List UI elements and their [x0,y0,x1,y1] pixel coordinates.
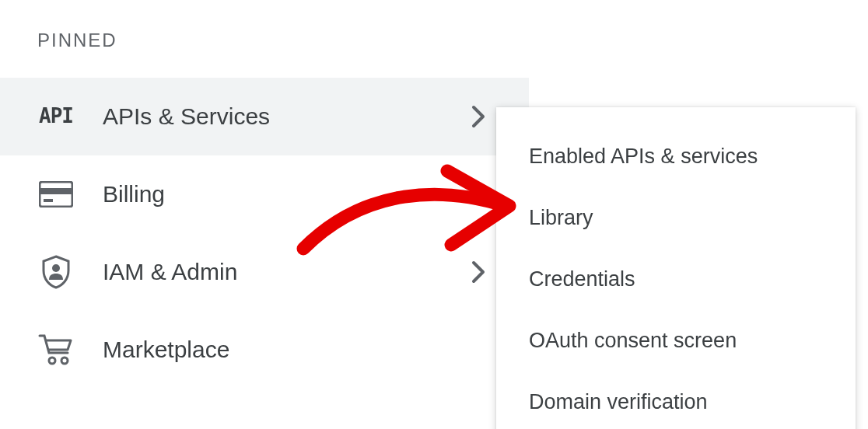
nav-sidebar: PINNED API APIs & Services Billing [0,0,529,389]
nav-item-label: Billing [103,181,510,208]
submenu-item-library[interactable]: Library [496,187,856,249]
nav-item-iam-admin[interactable]: IAM & Admin [0,233,529,311]
pinned-section-header: PINNED [0,0,529,51]
submenu-item-oauth-consent[interactable]: OAuth consent screen [496,310,856,371]
nav-item-label: Marketplace [103,337,510,363]
svg-rect-2 [40,188,72,194]
svg-point-4 [52,264,60,272]
submenu-item-domain-verification[interactable]: Domain verification [496,371,856,429]
nav-item-label: IAM & Admin [103,259,467,285]
api-icon: API [37,98,75,135]
svg-rect-3 [44,199,53,202]
nav-item-apis-services[interactable]: API APIs & Services [0,78,529,155]
chevron-right-icon [467,104,492,129]
submenu-item-credentials[interactable]: Credentials [496,249,856,310]
submenu-item-enabled-apis[interactable]: Enabled APIs & services [496,126,856,187]
nav-list: API APIs & Services Billing [0,78,529,389]
nav-item-label: APIs & Services [103,103,467,130]
svg-point-6 [61,358,68,364]
svg-point-5 [49,358,55,364]
iam-icon [37,253,75,291]
billing-icon [37,176,75,213]
nav-item-billing[interactable]: Billing [0,155,529,233]
svg-text:API: API [39,104,73,127]
marketplace-icon [37,331,75,368]
apis-services-submenu: Enabled APIs & services Library Credenti… [496,107,856,429]
nav-item-marketplace[interactable]: Marketplace [0,311,529,389]
chevron-right-icon [467,260,492,284]
